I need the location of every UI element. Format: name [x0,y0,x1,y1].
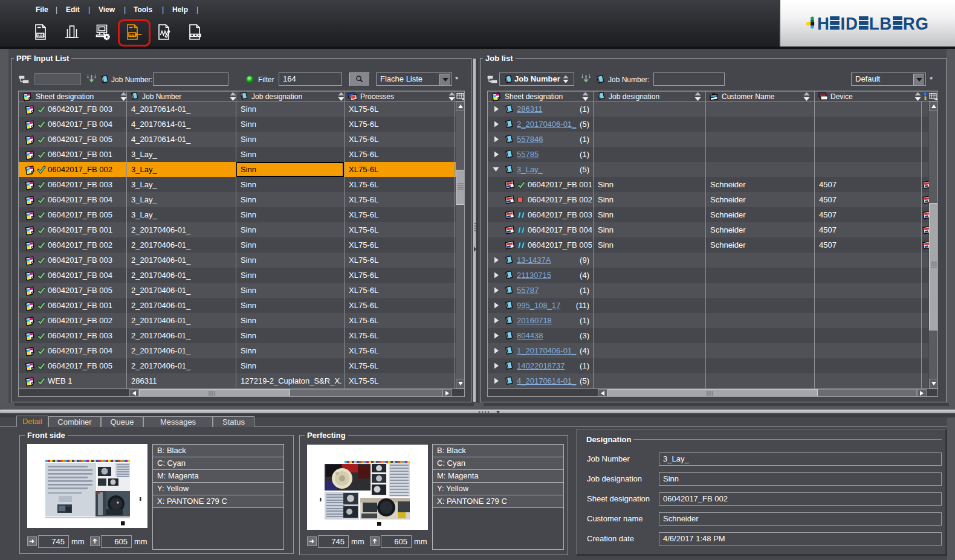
svg-text:ABC: ABC [37,34,45,37]
